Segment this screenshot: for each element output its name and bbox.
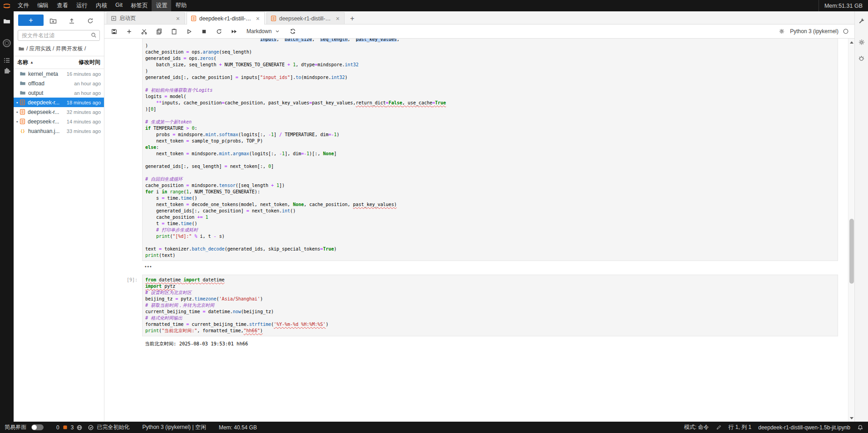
cut-cell-icon[interactable] bbox=[140, 27, 148, 35]
lsp-status-icon bbox=[88, 424, 94, 431]
add-tab-button[interactable]: + bbox=[346, 13, 358, 24]
restart-run-all-icon[interactable] bbox=[230, 27, 238, 35]
tab-2[interactable]: deepdeek-r1-distill-qwen-1.5× bbox=[187, 12, 265, 25]
notifications-bell-icon[interactable] bbox=[857, 424, 863, 431]
menu-item-8[interactable]: 设置 bbox=[152, 0, 171, 11]
column-name-label[interactable]: 名称 bbox=[17, 59, 28, 66]
kernel-settings-gear-icon[interactable] bbox=[778, 27, 786, 35]
file-row[interactable]: ●deepdeek-r...18 minutes ago bbox=[14, 98, 104, 107]
insert-cell-icon[interactable] bbox=[125, 27, 133, 35]
file-name: offload bbox=[28, 80, 74, 87]
tab-close-icon[interactable]: × bbox=[175, 15, 181, 22]
extensions-puzzle-icon[interactable] bbox=[3, 67, 11, 74]
file-modified: 33 minutes ago bbox=[67, 128, 101, 134]
folder-file-icon bbox=[20, 90, 26, 96]
file-modified: 16 minutes ago bbox=[67, 71, 101, 77]
cursor-position[interactable]: 行 1, 列 1 bbox=[729, 423, 752, 431]
paste-cell-icon[interactable] bbox=[170, 27, 178, 35]
file-row[interactable]: kernel_meta16 minutes ago bbox=[14, 69, 104, 79]
editor-mode[interactable]: 模式: 命令 bbox=[684, 423, 709, 431]
tab-close-icon[interactable]: × bbox=[335, 15, 340, 22]
extension-hub-icon[interactable] bbox=[2, 39, 11, 48]
cell-type-dropdown[interactable]: Markdown bbox=[245, 27, 282, 35]
home-folder-icon[interactable] bbox=[18, 46, 25, 52]
property-inspector-icon[interactable] bbox=[858, 18, 865, 25]
menu-item-9[interactable]: 帮助 bbox=[171, 0, 191, 11]
active-filename: deepdeek-r1-distill-qwen-1.5b-jit.ipynb bbox=[758, 424, 850, 431]
tab-label: deepdeek-r1-distill-qwen-1.5 bbox=[199, 15, 252, 22]
left-activity-bar bbox=[0, 11, 14, 422]
menu-item-5[interactable]: 内核 bbox=[92, 0, 111, 11]
refresh-icon[interactable] bbox=[81, 16, 99, 25]
file-row[interactable]: outputan hour ago bbox=[14, 88, 104, 98]
simple-mode-toggle[interactable] bbox=[31, 424, 44, 430]
file-row[interactable]: ●deepseek-r...32 minutes ago bbox=[14, 107, 104, 117]
scroll-down-icon[interactable] bbox=[848, 415, 854, 421]
upload-icon[interactable] bbox=[62, 16, 81, 25]
file-row[interactable]: offloadan hour ago bbox=[14, 79, 104, 88]
folder-file-icon bbox=[20, 80, 26, 86]
top-memory-indicator: Mem:51.31 GB bbox=[819, 0, 868, 11]
scroll-up-icon[interactable] bbox=[848, 39, 854, 45]
menu-item-7[interactable]: 标签页 bbox=[127, 0, 152, 11]
menu-item-1[interactable]: 文件 bbox=[14, 0, 33, 11]
run-cell-icon[interactable] bbox=[185, 27, 193, 35]
breadcrumb-path[interactable]: / 应用实践 / 昇腾开发板 / bbox=[26, 45, 86, 53]
kernel-sessions-icon bbox=[62, 424, 68, 430]
debugger-icon[interactable] bbox=[858, 55, 865, 62]
file-row[interactable]: ●deepseek-r...14 minutes ago bbox=[14, 117, 104, 126]
menu-bar: 文件编辑查看运行内核Git标签页设置帮助 Mem:51.31 GB bbox=[0, 0, 868, 11]
collapsed-output-indicator[interactable]: ••• bbox=[145, 264, 854, 269]
simple-mode-label: 简易界面 bbox=[5, 423, 26, 431]
file-row[interactable]: {}huanhuan.j...33 minutes ago bbox=[14, 126, 104, 136]
kernel-sync-icon[interactable] bbox=[289, 27, 297, 35]
menu-item-3[interactable]: 查看 bbox=[53, 0, 72, 11]
tab-3[interactable]: deepseek-r1-distill-qwen-1.5× bbox=[266, 12, 345, 24]
column-modified-label[interactable]: 修改时间 bbox=[79, 59, 100, 66]
svg-text:{}: {} bbox=[20, 129, 25, 133]
tab-label: deepseek-r1-distill-qwen-1.5 bbox=[279, 15, 332, 22]
memory-usage: Mem: 40.54 GB bbox=[219, 424, 257, 431]
json-file-icon: {} bbox=[20, 128, 26, 134]
tab-1[interactable]: 启动页× bbox=[107, 12, 185, 24]
stop-kernel-icon[interactable] bbox=[200, 27, 208, 35]
file-browser-icon[interactable] bbox=[3, 18, 11, 25]
file-list-header[interactable]: 名称▲ 修改时间 bbox=[14, 56, 104, 69]
kernel-status-idle-icon bbox=[843, 28, 849, 34]
restart-kernel-icon[interactable] bbox=[215, 27, 223, 35]
file-filter-input[interactable] bbox=[18, 30, 100, 41]
pencil-icon bbox=[716, 424, 722, 430]
scrollbar-thumb[interactable] bbox=[849, 219, 854, 284]
kernel-status-text[interactable]: Python 3 (ipykernel) | 空闲 bbox=[142, 423, 206, 431]
new-folder-icon[interactable] bbox=[44, 16, 62, 25]
cell-editor[interactable]: from datetime import datetimeimport pytz… bbox=[142, 275, 838, 336]
kernel-name[interactable]: Python 3 (ipykernel) bbox=[790, 28, 838, 34]
copy-cell-icon[interactable] bbox=[155, 27, 163, 35]
lsp-status-text[interactable]: 已完全初始化 bbox=[97, 423, 129, 431]
notebook-file-icon bbox=[20, 118, 25, 124]
menu-item-2[interactable]: 编辑 bbox=[33, 0, 53, 11]
running-sessions-icon[interactable] bbox=[3, 57, 11, 64]
tab-label: 启动页 bbox=[119, 15, 173, 22]
file-modified: 18 minutes ago bbox=[67, 100, 101, 105]
file-list: kernel_meta16 minutes agooffloadan hour … bbox=[14, 69, 104, 422]
new-launcher-button[interactable]: + bbox=[18, 15, 44, 26]
cell-editor[interactable]: inputs, batch_size, seq_length, past_key… bbox=[142, 39, 838, 261]
file-modified: an hour ago bbox=[74, 90, 101, 96]
notebook-document[interactable]: inputs, batch_size, seq_length, past_key… bbox=[104, 39, 854, 422]
settings-gear-icon[interactable] bbox=[858, 39, 865, 46]
notebook-toolbar: Markdown Python 3 (ipykernel) bbox=[104, 25, 854, 39]
vertical-scrollbar[interactable] bbox=[848, 39, 854, 422]
tab-close-icon[interactable]: × bbox=[255, 15, 261, 22]
cell-type-value: Markdown bbox=[247, 28, 271, 34]
terminal-count[interactable]: 0 bbox=[56, 424, 59, 431]
notebook-cells: inputs, batch_size, seq_length, past_key… bbox=[104, 39, 854, 349]
right-activity-bar bbox=[854, 11, 868, 422]
kernel-count[interactable]: 3 bbox=[71, 424, 74, 431]
menu-item-4[interactable]: 运行 bbox=[72, 0, 92, 11]
menu-item-6[interactable]: Git bbox=[111, 0, 127, 11]
save-icon[interactable] bbox=[110, 27, 118, 35]
breadcrumb[interactable]: / 应用实践 / 昇腾开发板 / bbox=[14, 44, 104, 56]
file-name: output bbox=[28, 90, 74, 96]
notebook-tab-icon bbox=[191, 15, 197, 21]
